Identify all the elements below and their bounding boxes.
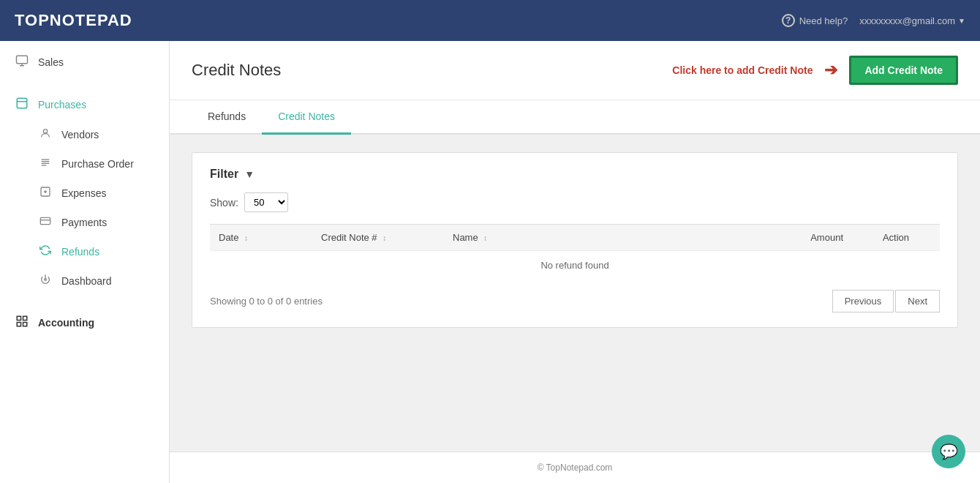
table-header-row: Date ↕ Credit Note # ↕ Name ↕ Amount Act…	[210, 225, 940, 251]
page-title: Credit Notes	[192, 61, 281, 80]
app-header: TopNotepad ? Need help? xxxxxxxxx@gmail.…	[0, 0, 980, 41]
sort-icon-date: ↕	[244, 234, 248, 242]
filter-header: Filter ▼	[210, 168, 940, 181]
sidebar-item-expenses-label: Expenses	[61, 187, 106, 199]
purchases-icon	[15, 97, 29, 113]
next-button[interactable]: Next	[895, 290, 940, 312]
footer: © TopNotepad.com	[170, 452, 980, 483]
chat-bubble[interactable]: 💬	[932, 435, 965, 468]
arrow-right-icon: ➔	[824, 61, 837, 80]
filter-section: Filter ▼ Show: 10 25 50 100	[192, 152, 958, 328]
empty-message: No refund found	[210, 251, 940, 280]
tabs-bar: Refunds Credit Notes	[170, 100, 980, 135]
sidebar-item-payments-label: Payments	[61, 217, 107, 228]
click-hint-text: Click here to add Credit Note	[672, 64, 813, 76]
sidebar-item-dashboard[interactable]: Dashboard	[0, 266, 169, 296]
user-email: xxxxxxxxx@gmail.com	[859, 15, 955, 26]
app-logo: TopNotepad	[15, 11, 132, 30]
dashboard-icon	[38, 274, 53, 288]
showing-entries-text: Showing 0 to 0 of 0 entries	[210, 296, 323, 307]
purchase-order-icon	[38, 157, 53, 171]
page-header-actions: Click here to add Credit Note ➔ Add Cred…	[672, 56, 958, 85]
sidebar-accounting-label: Accounting	[38, 317, 94, 329]
expenses-icon	[38, 186, 53, 201]
svg-rect-3	[17, 98, 27, 108]
content-area: Filter ▼ Show: 10 25 50 100	[170, 135, 980, 452]
chat-icon: 💬	[940, 443, 958, 460]
col-amount: Amount	[764, 225, 852, 251]
header-right: ? Need help? xxxxxxxxx@gmail.com ▼	[782, 14, 965, 27]
filter-row: Show: 10 25 50 100	[210, 192, 940, 212]
sidebar-item-purchases-label: Purchases	[38, 99, 86, 111]
svg-rect-15	[23, 316, 27, 320]
main-content: Credit Notes Click here to add Credit No…	[170, 41, 980, 483]
main-layout: Sales Purchases Vendors	[0, 41, 980, 483]
svg-rect-16	[23, 323, 27, 326]
sidebar-item-purchase-order[interactable]: Purchase Order	[0, 149, 169, 179]
user-menu[interactable]: xxxxxxxxx@gmail.com ▼	[859, 15, 965, 26]
sidebar-item-sales[interactable]: Sales	[0, 47, 169, 78]
tab-credit-notes[interactable]: Credit Notes	[262, 100, 351, 135]
col-action: Action	[852, 225, 940, 251]
help-link[interactable]: ? Need help?	[782, 14, 848, 27]
filter-label: Filter	[210, 168, 238, 181]
sidebar-sub-purchases: Vendors Purchase Order Expenses	[0, 120, 169, 296]
svg-rect-10	[40, 217, 50, 224]
col-name[interactable]: Name ↕	[444, 225, 764, 251]
sidebar-section-sales: Sales	[0, 41, 169, 83]
footer-text: © TopNotepad.com	[538, 463, 613, 473]
payments-icon	[38, 215, 53, 230]
sidebar-section-accounting: Accounting	[0, 302, 169, 344]
sidebar-item-purchases[interactable]: Purchases	[0, 89, 169, 120]
chevron-down-icon: ▼	[958, 17, 965, 25]
sidebar-item-dashboard-label: Dashboard	[61, 275, 112, 287]
sidebar-item-payments[interactable]: Payments	[0, 208, 169, 237]
filter-icon: ▼	[244, 168, 255, 180]
svg-rect-0	[17, 56, 28, 64]
sidebar-item-refunds-label: Refunds	[61, 246, 99, 258]
refunds-icon	[38, 244, 53, 259]
help-icon: ?	[782, 14, 795, 27]
show-select[interactable]: 10 25 50 100	[244, 192, 288, 212]
previous-button[interactable]: Previous	[832, 290, 894, 312]
help-label: Need help?	[799, 15, 848, 26]
sidebar-item-vendors-label: Vendors	[61, 129, 99, 141]
svg-rect-14	[17, 316, 20, 320]
table-empty-row: No refund found	[210, 251, 940, 280]
sidebar-item-accounting[interactable]: Accounting	[0, 307, 169, 338]
vendors-icon	[38, 127, 53, 142]
sidebar-item-expenses[interactable]: Expenses	[0, 179, 169, 208]
data-table: Date ↕ Credit Note # ↕ Name ↕ Amount Act…	[210, 224, 940, 280]
sidebar: Sales Purchases Vendors	[0, 41, 170, 483]
sidebar-item-purchase-order-label: Purchase Order	[61, 158, 134, 170]
pagination-buttons: Previous Next	[832, 290, 940, 312]
show-label: Show:	[210, 197, 238, 209]
col-date[interactable]: Date ↕	[210, 225, 312, 251]
pagination-row: Showing 0 to 0 of 0 entries Previous Nex…	[210, 280, 940, 312]
page-header: Credit Notes Click here to add Credit No…	[170, 41, 980, 100]
sidebar-item-refunds[interactable]: Refunds	[0, 237, 169, 266]
svg-point-5	[43, 130, 47, 133]
tab-refunds[interactable]: Refunds	[192, 100, 262, 135]
sidebar-item-vendors[interactable]: Vendors	[0, 120, 169, 149]
accounting-icon	[15, 315, 29, 331]
sidebar-item-sales-label: Sales	[38, 56, 64, 68]
svg-rect-17	[17, 323, 20, 326]
add-credit-note-button[interactable]: Add Credit Note	[849, 56, 958, 85]
sidebar-section-purchases: Purchases Vendors Purchase Order	[0, 83, 169, 302]
sort-icon-name: ↕	[483, 234, 487, 242]
sales-icon	[15, 54, 29, 70]
col-credit-note[interactable]: Credit Note # ↕	[312, 225, 444, 251]
sort-icon-credit: ↕	[382, 234, 386, 242]
